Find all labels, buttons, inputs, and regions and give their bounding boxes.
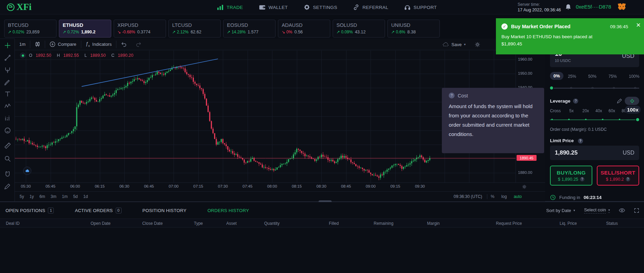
leverage-label: Leverage	[550, 98, 570, 104]
nav-item-trade[interactable]: TRADE	[217, 4, 243, 10]
ticker-ltcusd[interactable]: LTCUSD↗ 2.12%62.62	[168, 20, 221, 38]
clock-icon	[550, 195, 556, 200]
forecast-icon[interactable]	[4, 115, 11, 122]
edit-leverage-icon[interactable]	[617, 98, 622, 104]
buy-long-button[interactable]: BUY/LONG $ 1,890.25?	[550, 166, 592, 186]
limit-price-help-icon[interactable]: ?	[578, 138, 583, 144]
leverage-slider-knob[interactable]	[635, 117, 640, 122]
crosshair-icon[interactable]	[4, 42, 11, 49]
redo-button[interactable]	[131, 39, 146, 50]
positions-tabs: OPEN POSITIONS1ACTIVE ORDERS0POSITION HI…	[0, 205, 644, 216]
sell-short-button[interactable]: SELL/SHORT $ 1,890.2?	[597, 166, 639, 186]
ticker-symbol: LTCUSD	[172, 22, 217, 28]
ticker-eosusd[interactable]: EOSUSD↗ 14.28%1.577	[223, 20, 276, 38]
ticker-uniusd[interactable]: UNIUSD↗ 0.6%8.38	[387, 20, 440, 38]
nav-item-settings[interactable]: SETTINGS	[304, 4, 337, 10]
tab-active-orders[interactable]: ACTIVE ORDERS0	[75, 208, 121, 213]
publish-idea-button[interactable]	[23, 167, 31, 175]
save-layout-button[interactable]: Save ▾	[438, 39, 470, 50]
nav-item-support[interactable]: SUPPORT	[404, 4, 437, 10]
timeframe-1d[interactable]: 1d	[81, 194, 91, 199]
pitchfork-icon[interactable]	[4, 67, 11, 74]
column-header: Request Price	[496, 221, 522, 226]
metamask-fox-icon[interactable]	[617, 2, 626, 11]
chevron-down-icon: ▾	[573, 209, 575, 212]
zoom-icon[interactable]	[4, 155, 11, 162]
drawing-toolbar: ‹	[0, 39, 15, 201]
timeframe-1m[interactable]: 1m	[59, 194, 71, 199]
ruler-icon[interactable]	[4, 142, 11, 149]
ticker-value: 23,859	[26, 30, 39, 34]
leverage-help-icon[interactable]: ?	[573, 98, 578, 104]
visibility-eye-icon[interactable]	[619, 208, 625, 213]
timeframe-5d[interactable]: 5d	[70, 194, 80, 199]
timeframe-5y[interactable]: 5y	[17, 194, 27, 199]
ohlc-legend: O1892.50H1892.55L1889.50C1890.20	[20, 53, 136, 58]
pattern-icon[interactable]	[4, 103, 11, 109]
undo-button[interactable]	[116, 39, 131, 50]
timeframe-6m[interactable]: 6m	[37, 194, 48, 199]
xfi-logo[interactable]: XFi	[6, 2, 32, 12]
tab-position-history[interactable]: POSITION HISTORY	[143, 208, 187, 213]
leverage-mode-toggle[interactable]	[625, 97, 639, 105]
magnet-icon[interactable]	[4, 171, 11, 178]
brush-icon[interactable]	[4, 79, 11, 86]
nav-item-referral[interactable]: REFERRAL	[353, 4, 388, 10]
select-coin-dropdown[interactable]: Select coin▾	[584, 207, 610, 213]
sell-fee-help-icon[interactable]: ?	[626, 177, 630, 181]
trend-line-icon[interactable]	[4, 54, 11, 61]
ticker-change: ↘ -0.68%	[117, 30, 135, 34]
series-toggle[interactable]	[20, 53, 25, 58]
time-axis-label: 08:15	[289, 184, 304, 188]
link-icon	[353, 4, 359, 10]
chart-clock[interactable]: 09:36:30 (UTC)	[454, 194, 487, 199]
time-axis[interactable]: 05:3005:4506:0006:1506:3006:4507:0007:15…	[15, 182, 545, 191]
timeframe-3m[interactable]: 3m	[48, 194, 59, 199]
ticker-change-row: ↘ 0%0.56	[282, 30, 326, 34]
wallet-address[interactable]: 0xeE5f····D878	[576, 4, 611, 10]
emoji-icon[interactable]	[4, 127, 11, 134]
text-icon[interactable]	[4, 91, 11, 97]
percent-slider-knob[interactable]	[549, 86, 554, 90]
percent-scale-button[interactable]: %	[487, 194, 498, 199]
auto-scale-button[interactable]: auto	[510, 194, 525, 199]
buy-fee-help-icon[interactable]: ?	[580, 177, 584, 181]
compare-button[interactable]: Compare	[45, 39, 81, 50]
pencil-icon[interactable]	[4, 183, 11, 190]
slider-stop	[619, 119, 620, 120]
candlestick-canvas[interactable]	[15, 51, 516, 182]
column-header: Type	[194, 221, 203, 226]
percent-marks: 0% 25%50%75%100%	[550, 72, 639, 81]
expand-panel-icon[interactable]	[634, 208, 639, 213]
toast-close-icon[interactable]: ×	[636, 22, 641, 29]
interval-select[interactable]: 1m	[15, 39, 30, 50]
nav-item-label: SETTINGS	[313, 5, 337, 10]
log-scale-button[interactable]: log	[498, 194, 510, 199]
time-axis-label: 06:00	[67, 184, 83, 188]
ticker-ethusd[interactable]: ETHUSD↗ 0.72%1,890.2	[59, 20, 111, 38]
ticker-xrpusd[interactable]: XRPUSD↘ -0.68%0.3774	[114, 20, 166, 38]
nav-item-wallet[interactable]: WALLET	[259, 4, 288, 10]
candle-style-button[interactable]	[30, 39, 45, 50]
ticker-change: ↗ 0.02%	[8, 30, 24, 34]
timeframe-1y[interactable]: 1y	[27, 194, 37, 199]
ticker-change-row: ↗ 0.02%23,859	[8, 30, 53, 34]
slider-stop	[568, 119, 570, 120]
chart-settings-button[interactable]	[470, 39, 485, 50]
column-header: Liq. Price	[560, 221, 577, 226]
leverage-slider[interactable]	[550, 118, 639, 122]
indicators-button[interactable]: ƒx Indicators	[81, 39, 116, 50]
amount-percent-slider[interactable]	[550, 86, 639, 90]
ticker-adausd[interactable]: ADAUSD↘ 0%0.56	[278, 20, 330, 38]
ticker-solusd[interactable]: SOLUSD↗ 0.09%43.12	[333, 20, 385, 38]
tab-orders-history[interactable]: ORDERS HISTORY	[207, 208, 249, 213]
notifications-bell-icon[interactable]	[565, 3, 572, 11]
limit-price-input[interactable]: 1,890.25 USD	[550, 146, 639, 160]
sort-by-dropdown[interactable]: Sort by Date▾	[546, 208, 575, 213]
current-price-badge: 1890.45	[517, 155, 537, 161]
axis-settings-icon[interactable]	[522, 184, 527, 189]
ticker-btcusd[interactable]: BTCUSD↗ 0.02%23,859	[4, 20, 56, 38]
tooltip-title: Cost	[458, 93, 468, 98]
order-placed-toast: ✓ Buy Market Order Placed 09:36:45 × Buy…	[496, 18, 644, 54]
tab-open-positions[interactable]: OPEN POSITIONS1	[6, 208, 54, 213]
